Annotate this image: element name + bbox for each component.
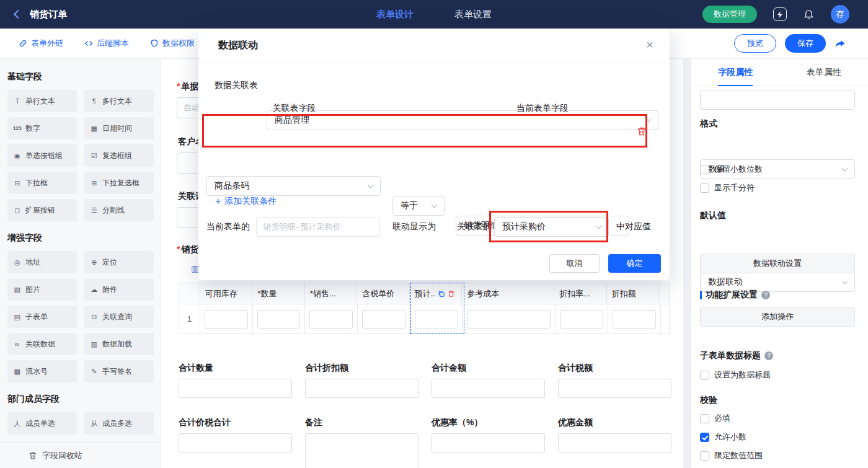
table-cell[interactable]	[200, 304, 253, 333]
field-item[interactable]: ▧图片	[7, 278, 77, 301]
cell-input[interactable]	[613, 310, 656, 329]
condition-operator-select[interactable]: 等于	[392, 196, 445, 216]
cell-input[interactable]	[467, 310, 551, 329]
field-item[interactable]: ☰分割线	[84, 199, 154, 221]
back-chevron-icon	[14, 10, 22, 19]
cancel-button[interactable]: 取消	[549, 254, 600, 273]
data-manage-button[interactable]: 数据管理	[702, 6, 757, 23]
field-item[interactable]: ⊕定位	[84, 251, 154, 273]
cell-input[interactable]	[415, 310, 458, 329]
column-header[interactable]: 参考成本	[462, 283, 554, 304]
field-input[interactable]	[179, 379, 292, 398]
field-item[interactable]: ◉单选按钮组	[7, 144, 77, 167]
help-icon[interactable]: ?	[761, 291, 770, 299]
field-item[interactable]: ▦日期时间	[84, 117, 154, 139]
data-linkage-setting-button[interactable]: 数据联动设置	[700, 254, 855, 273]
field-item[interactable]: T单行文本	[7, 90, 77, 112]
related-field-select[interactable]: 预计采购价	[494, 217, 609, 237]
thousand-separator-checkbox[interactable]	[700, 183, 709, 193]
cell-input[interactable]	[257, 310, 301, 329]
column-header[interactable]: *销售...	[305, 283, 357, 304]
column-header[interactable]: 折扣额	[607, 283, 659, 304]
field-input[interactable]	[305, 379, 418, 398]
tab-form-settings[interactable]: 表单设置	[454, 9, 492, 20]
allow-decimal-checkbox[interactable]	[700, 433, 709, 442]
tab-form-design[interactable]: 表单设计	[376, 9, 414, 20]
field-discount-rate[interactable]: 优惠率（%）	[432, 417, 545, 453]
tab-form-properties[interactable]: 表单属性	[780, 59, 868, 86]
field-total-tax[interactable]: 合计税额	[558, 363, 671, 398]
preview-button[interactable]: 预览	[734, 34, 776, 53]
keep-decimal-checkbox[interactable]	[700, 165, 709, 174]
column-header[interactable]: *数量	[252, 283, 304, 304]
field-recycle-bin[interactable]: 字段回收站	[0, 442, 161, 468]
field-remark[interactable]: 备注	[305, 417, 418, 468]
table-cell-selected[interactable]	[410, 304, 463, 333]
lightning-icon[interactable]	[773, 7, 787, 21]
field-item[interactable]: ⊞下拉复选框	[84, 172, 154, 194]
field-item[interactable]: ▤子表单	[7, 306, 77, 328]
data-permission-button[interactable]: 数据权限	[150, 38, 195, 49]
tab-field-properties[interactable]: 字段属性	[691, 59, 780, 86]
field-item[interactable]: ¶多行文本	[84, 90, 154, 112]
cell-input[interactable]	[362, 310, 405, 329]
confirm-button[interactable]: 确定	[608, 254, 661, 273]
field-item[interactable]: ▩流水号	[7, 360, 77, 382]
field-input[interactable]	[558, 379, 671, 398]
field-item[interactable]: 123数字	[7, 117, 77, 139]
cell-input[interactable]	[309, 310, 353, 329]
field-total-amount[interactable]: 合计金额	[432, 363, 545, 398]
table-cell[interactable]	[608, 304, 661, 333]
field-total-discount[interactable]: 合计折扣额	[305, 363, 418, 398]
field-input[interactable]	[558, 433, 671, 453]
bell-icon[interactable]	[803, 9, 815, 20]
backend-script-button[interactable]: 后端脚本	[84, 38, 129, 49]
field-item[interactable]: ☑复选框组	[84, 144, 154, 167]
field-name-input[interactable]	[700, 90, 855, 110]
table-cell[interactable]	[253, 304, 306, 333]
table-cell[interactable]	[305, 304, 358, 333]
add-condition-link[interactable]: + 添加关联条件	[215, 196, 277, 207]
column-header[interactable]: 可用库存	[200, 283, 252, 304]
table-cell[interactable]	[358, 304, 410, 333]
column-header-selected[interactable]: 预计..	[410, 283, 462, 304]
save-button[interactable]: 保存	[785, 34, 826, 53]
limit-range-checkbox[interactable]	[700, 451, 709, 461]
field-discount-amount[interactable]: 优惠金额	[558, 417, 671, 453]
cell-input[interactable]	[205, 310, 248, 329]
field-input[interactable]	[305, 433, 418, 468]
cell-input[interactable]	[560, 310, 603, 329]
close-icon[interactable]: ×	[646, 38, 653, 51]
field-item[interactable]: ▥数据加载	[84, 333, 154, 355]
delete-column-icon[interactable]	[448, 290, 455, 298]
field-item[interactable]: 人成员单选	[7, 412, 77, 435]
copy-column-icon[interactable]	[438, 290, 445, 298]
share-icon[interactable]	[835, 38, 846, 49]
field-input[interactable]	[432, 433, 545, 453]
required-checkbox[interactable]	[700, 414, 709, 423]
field-item[interactable]: ☁附件	[84, 278, 154, 301]
field-total-quantity[interactable]: 合计数量	[179, 363, 292, 398]
table-cell[interactable]	[463, 304, 556, 333]
avatar[interactable]: 存	[831, 5, 849, 24]
back-button[interactable]	[12, 9, 24, 20]
field-item[interactable]: 从成员多选	[84, 412, 154, 435]
field-input[interactable]	[432, 379, 545, 398]
condition-field-select[interactable]: 商品条码	[206, 176, 381, 196]
set-data-title-checkbox[interactable]	[700, 371, 709, 380]
column-header[interactable]: 含税单价	[357, 283, 409, 304]
field-input[interactable]	[179, 433, 292, 453]
field-item[interactable]: ⊡关联查询	[84, 306, 154, 328]
table-cell[interactable]	[556, 304, 608, 333]
delete-condition-icon[interactable]	[637, 126, 647, 136]
field-item[interactable]: ◻扩展按钮	[7, 199, 77, 221]
field-total-with-tax[interactable]: 合计价税合计	[179, 417, 292, 453]
add-operation-button[interactable]: 添加操作	[700, 307, 855, 327]
column-header[interactable]: 折扣率...	[554, 283, 606, 304]
field-item[interactable]: ⊟下拉框	[7, 172, 77, 194]
help-icon[interactable]: ?	[764, 351, 773, 360]
form-external-link-button[interactable]: 表单外链	[19, 38, 63, 49]
field-item[interactable]: ◎地址	[7, 251, 77, 273]
field-item[interactable]: ∞关联数据	[7, 333, 77, 355]
field-item[interactable]: ✎手写签名	[84, 360, 154, 382]
